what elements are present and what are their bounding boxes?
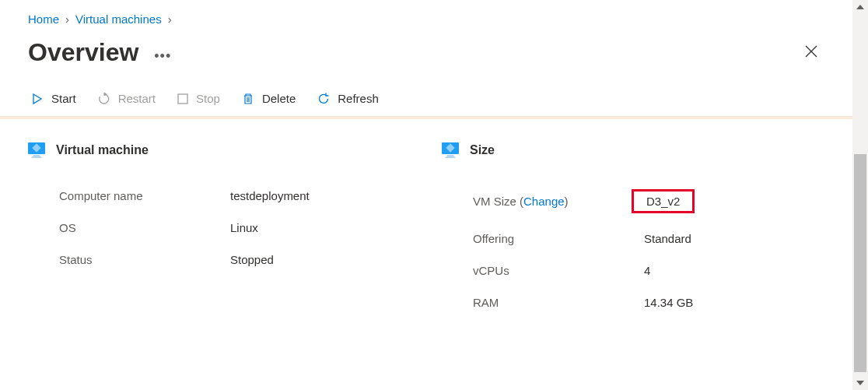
- scroll-thumb[interactable]: [854, 154, 866, 372]
- delete-label: Delete: [262, 92, 296, 105]
- row-os: OS Linux: [28, 212, 411, 244]
- breadcrumb: Home › Virtual machines ›: [0, 0, 852, 32]
- value-os: Linux: [230, 221, 258, 234]
- svg-rect-0: [178, 94, 187, 104]
- label-status: Status: [59, 253, 230, 266]
- page-title: Overview: [28, 38, 138, 67]
- play-icon: [31, 93, 44, 105]
- size-section: Size VM Size (Change) D3_v2 Offering Sta…: [442, 142, 824, 318]
- restart-label: Restart: [118, 92, 156, 105]
- value-computer-name: testdeployment: [230, 189, 310, 202]
- refresh-button[interactable]: Refresh: [317, 92, 379, 105]
- restart-icon: [98, 93, 110, 105]
- refresh-icon: [317, 93, 330, 105]
- stop-button: Stop: [177, 92, 220, 105]
- toolbar: Start Restart Stop Delete Refresh: [0, 86, 852, 119]
- close-button[interactable]: [804, 44, 818, 61]
- label-os: OS: [59, 221, 230, 234]
- trash-icon: [242, 93, 254, 105]
- change-size-link[interactable]: Change: [523, 195, 565, 208]
- size-heading: Size: [470, 143, 495, 157]
- chevron-right-icon: ›: [65, 12, 69, 26]
- delete-button[interactable]: Delete: [242, 92, 296, 105]
- label-ram: RAM: [473, 296, 644, 309]
- stop-icon: [177, 93, 188, 104]
- value-status: Stopped: [230, 253, 274, 266]
- row-ram: RAM 14.34 GB: [442, 286, 824, 318]
- virtual-machine-section: Virtual machine Computer name testdeploy…: [28, 142, 411, 318]
- label-computer-name: Computer name: [59, 189, 230, 202]
- vm-icon: [442, 142, 459, 158]
- scroll-down-icon[interactable]: [856, 381, 864, 385]
- label-vm-size: VM Size (Change): [473, 195, 644, 208]
- start-label: Start: [51, 92, 76, 105]
- refresh-label: Refresh: [338, 92, 379, 105]
- row-computer-name: Computer name testdeployment: [28, 180, 411, 212]
- breadcrumb-home[interactable]: Home: [28, 12, 59, 26]
- row-offering: Offering Standard: [442, 223, 824, 255]
- label-vcpus: vCPUs: [473, 264, 644, 277]
- start-button[interactable]: Start: [31, 92, 76, 105]
- stop-label: Stop: [196, 92, 220, 105]
- vm-heading: Virtual machine: [56, 143, 149, 157]
- breadcrumb-virtual-machines[interactable]: Virtual machines: [75, 12, 162, 26]
- restart-button: Restart: [98, 92, 156, 105]
- value-vcpus: 4: [644, 264, 650, 277]
- scrollbar[interactable]: [852, 0, 868, 390]
- chevron-right-icon: ›: [168, 12, 172, 26]
- row-vm-size: VM Size (Change) D3_v2: [442, 180, 824, 223]
- value-vm-size: D3_v2: [644, 189, 695, 213]
- value-ram: 14.34 GB: [644, 296, 693, 309]
- label-offering: Offering: [473, 232, 644, 245]
- value-offering: Standard: [644, 232, 691, 245]
- close-icon: [804, 44, 818, 58]
- vm-icon: [28, 142, 45, 158]
- row-vcpus: vCPUs 4: [442, 255, 824, 286]
- scroll-up-icon[interactable]: [856, 5, 864, 9]
- vm-size-highlight: D3_v2: [632, 189, 695, 213]
- more-actions-button[interactable]: •••: [154, 43, 171, 63]
- row-status: Status Stopped: [28, 244, 411, 276]
